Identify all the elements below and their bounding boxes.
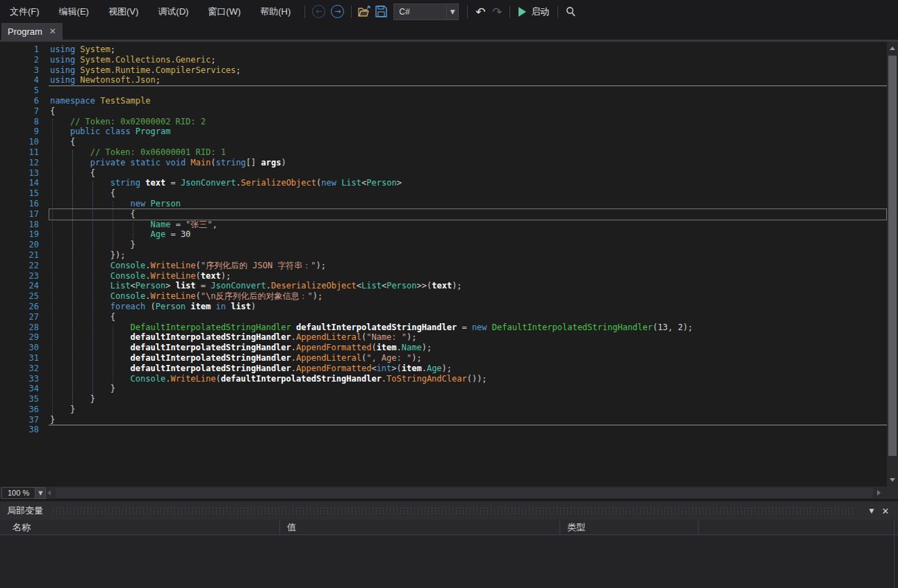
horizontal-scrollbar-row: 100 % ▼ (0, 487, 898, 499)
toolbar-separator (351, 6, 352, 18)
code-line[interactable]: 29 defaultInterpolatedStringHandler.Appe… (0, 332, 887, 343)
code-line[interactable]: 7{ (0, 106, 887, 117)
code-line[interactable]: 35 } (0, 394, 887, 405)
code-line[interactable]: 37} (0, 415, 887, 425)
code-line[interactable]: 30 defaultInterpolatedStringHandler.Appe… (0, 343, 887, 353)
scroll-up-icon[interactable] (890, 47, 895, 50)
scroll-left-icon[interactable] (47, 490, 51, 496)
code-lines[interactable]: 1using System;2using System.Collections.… (0, 44, 887, 435)
chevron-down-icon[interactable]: ▼ (446, 5, 458, 19)
code-line[interactable]: 34 } (0, 384, 887, 394)
code-line[interactable]: 4using Newtonsoft.Json; (0, 75, 887, 85)
code-line[interactable]: 14 string text = JsonConvert.SerializeOb… (0, 178, 887, 188)
tab-close-icon[interactable]: ✕ (49, 27, 56, 35)
line-number: 19 (0, 229, 44, 240)
line-number: 2 (0, 55, 44, 65)
line-number: 16 (0, 199, 44, 209)
code-line[interactable]: 26 foreach (Person item in list) (0, 302, 887, 312)
code-line[interactable]: 13 { (0, 168, 887, 179)
save-icon[interactable] (373, 3, 389, 20)
code-line[interactable]: 25 Console.WriteLine("\n反序列化后的对象信息："); (0, 291, 887, 302)
code-line[interactable]: 12 private static void Main(string[] arg… (0, 158, 887, 168)
line-number: 27 (0, 312, 44, 322)
code-line-text: } (44, 394, 95, 405)
code-line[interactable]: 27 { (0, 312, 887, 322)
undo-icon[interactable]: ↶ (472, 3, 489, 20)
code-line[interactable]: 11 // Token: 0x06000001 RID: 1 (0, 147, 887, 158)
line-number: 20 (0, 240, 44, 250)
menu-item[interactable]: 文件(F) (0, 0, 49, 23)
code-line[interactable]: 17 { (0, 209, 887, 220)
redo-icon[interactable]: ↷ (489, 3, 505, 20)
start-button[interactable]: 启动 (514, 0, 553, 23)
search-icon[interactable] (562, 3, 579, 20)
menu-item[interactable]: 编辑(E) (49, 0, 99, 23)
column-header-filler (699, 520, 898, 534)
navigate-forward-icon[interactable]: → (331, 5, 344, 18)
panel-close-icon[interactable]: ✕ (879, 506, 892, 516)
column-header-name[interactable]: 名称 (0, 520, 280, 534)
code-line-text: } (44, 384, 115, 394)
navigate-back-icon[interactable]: ← (312, 5, 325, 18)
zoom-level-combo[interactable]: 100 % ▼ (1, 487, 46, 499)
line-number: 7 (0, 106, 44, 117)
line-number: 4 (0, 75, 44, 85)
line-number: 28 (0, 322, 44, 333)
code-line[interactable]: 5 (0, 85, 887, 96)
code-line[interactable]: 20 } (0, 240, 887, 250)
code-line[interactable]: 38 (0, 425, 887, 435)
horizontal-scrollbar-thumb[interactable] (56, 488, 873, 498)
column-header-value[interactable]: 值 (280, 520, 560, 534)
code-line-text: string text = JsonConvert.SerializeObjec… (44, 178, 402, 188)
code-line[interactable]: 1using System; (0, 44, 887, 55)
open-file-icon[interactable] (356, 3, 373, 20)
vertical-scrollbar-thumb[interactable] (888, 56, 897, 456)
panel-menu-icon[interactable]: ▼ (865, 507, 879, 514)
column-header-type[interactable]: 类型 (560, 520, 699, 534)
code-line[interactable]: 16 new Person (0, 199, 887, 209)
code-line-text: public class Program (44, 126, 170, 137)
language-combo-value: C# (394, 7, 446, 17)
locals-grid-body[interactable] (0, 535, 898, 588)
menu-item[interactable]: 窗口(W) (198, 0, 250, 23)
line-number: 18 (0, 220, 44, 230)
chevron-down-icon[interactable]: ▼ (35, 488, 45, 498)
menu-item[interactable]: 调试(D) (148, 0, 198, 23)
code-line[interactable]: 10 { (0, 137, 887, 147)
code-line-text: defaultInterpolatedStringHandler.AppendF… (44, 364, 452, 374)
code-line[interactable]: 28 DefaultInterpolatedStringHandler defa… (0, 322, 887, 333)
code-line[interactable]: 8 // Token: 0x02000002 RID: 2 (0, 117, 887, 127)
code-line-text: List<Person> list = JsonConvert.Deserial… (44, 281, 462, 291)
code-line[interactable]: 3using System.Runtime.CompilerServices; (0, 65, 887, 76)
menu-item[interactable]: 帮助(H) (250, 0, 300, 23)
scroll-down-icon[interactable] (890, 478, 895, 482)
menu-item[interactable]: 视图(V) (99, 0, 148, 23)
code-line[interactable]: 6namespace TestSample (0, 96, 887, 106)
locals-panel: 局部变量 ▼ ✕ 名称 值 类型 (0, 499, 898, 588)
scroll-right-icon[interactable] (877, 490, 881, 496)
panel-grip-dots[interactable] (51, 507, 855, 515)
code-line[interactable]: 21 }); (0, 250, 887, 261)
code-line[interactable]: 15 { (0, 188, 887, 199)
code-line[interactable]: 33 Console.WriteLine(defaultInterpolated… (0, 374, 887, 384)
locals-panel-header[interactable]: 局部变量 ▼ ✕ (0, 502, 898, 520)
code-line[interactable]: 36 } (0, 405, 887, 415)
code-line[interactable]: 24 List<Person> list = JsonConvert.Deser… (0, 281, 887, 291)
tab-program[interactable]: Program ✕ (1, 23, 63, 40)
line-number: 17 (0, 209, 44, 220)
code-line[interactable]: 31 defaultInterpolatedStringHandler.Appe… (0, 353, 887, 364)
code-line[interactable]: 32 defaultInterpolatedStringHandler.Appe… (0, 364, 887, 374)
code-line[interactable]: 2using System.Collections.Generic; (0, 55, 887, 65)
code-line[interactable]: 18 Name = "张三", (0, 220, 887, 230)
code-line[interactable]: 19 Age = 30 (0, 229, 887, 240)
locals-panel-title: 局部变量 (7, 505, 43, 517)
code-line-text: using Newtonsoft.Json; (44, 75, 161, 85)
code-line-text: private static void Main(string[] args) (44, 158, 286, 168)
code-editor[interactable]: 1using System;2using System.Collections.… (0, 42, 898, 487)
code-line[interactable]: 9 public class Program (0, 126, 887, 137)
language-combo[interactable]: C# ▼ (393, 3, 459, 20)
code-line-text: Console.WriteLine(defaultInterpolatedStr… (44, 374, 487, 384)
vertical-scrollbar[interactable] (887, 42, 898, 487)
code-line[interactable]: 23 Console.WriteLine(text); (0, 271, 887, 281)
code-line[interactable]: 22 Console.WriteLine("序列化后的 JSON 字符串："); (0, 261, 887, 271)
